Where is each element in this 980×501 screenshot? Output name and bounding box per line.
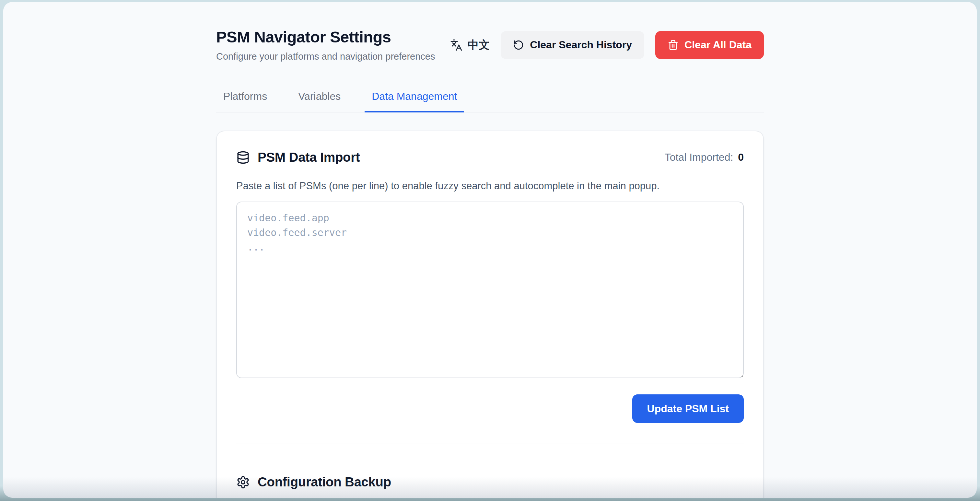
psm-import-actions: Update PSM List — [236, 394, 744, 423]
configuration-backup-title-group: Configuration Backup — [236, 475, 391, 489]
total-imported-label: Total Imported: — [665, 151, 733, 163]
page-title: PSM Navigator Settings — [216, 28, 435, 46]
database-icon — [236, 151, 250, 164]
page-header: PSM Navigator Settings Configure your pl… — [216, 28, 764, 62]
configuration-backup-header: Configuration Backup — [236, 475, 744, 489]
psm-import-description: Paste a list of PSMs (one per line) to e… — [236, 180, 744, 192]
tab-bar: Platforms Variables Data Management — [216, 91, 764, 113]
clear-all-data-label: Clear All Data — [684, 39, 751, 51]
page-subtitle: Configure your platforms and navigation … — [216, 51, 435, 62]
clear-search-history-button[interactable]: Clear Search History — [501, 31, 644, 59]
total-imported-value: 0 — [738, 151, 744, 163]
psm-import-title: PSM Data Import — [258, 150, 360, 165]
trash-icon — [668, 40, 679, 51]
tab-variables[interactable]: Variables — [291, 91, 348, 113]
content-column: PSM Navigator Settings Configure your pl… — [216, 2, 764, 498]
tab-platforms[interactable]: Platforms — [216, 91, 274, 113]
configuration-backup-title: Configuration Backup — [258, 475, 391, 489]
section-divider — [236, 444, 744, 444]
psm-import-header: PSM Data Import Total Imported: 0 — [236, 150, 744, 165]
rotate-ccw-icon — [513, 40, 524, 51]
data-management-panel: PSM Data Import Total Imported: 0 Paste … — [216, 130, 764, 498]
language-toggle-button[interactable]: 中文 — [450, 38, 490, 52]
tab-data-management[interactable]: Data Management — [364, 91, 464, 113]
clear-search-history-label: Clear Search History — [530, 39, 632, 51]
total-imported: Total Imported: 0 — [665, 151, 744, 163]
heading-block: PSM Navigator Settings Configure your pl… — [216, 28, 435, 62]
language-label: 中文 — [468, 38, 490, 52]
settings-page: PSM Navigator Settings Configure your pl… — [3, 2, 977, 498]
psm-import-title-group: PSM Data Import — [236, 150, 360, 165]
header-controls: 中文 Clear Search History Clear All Data — [450, 31, 764, 59]
languages-icon — [450, 39, 463, 51]
update-psm-list-button[interactable]: Update PSM List — [632, 394, 744, 423]
gear-icon — [236, 476, 250, 489]
clear-all-data-button[interactable]: Clear All Data — [655, 31, 764, 59]
psm-list-textarea[interactable] — [236, 202, 744, 378]
